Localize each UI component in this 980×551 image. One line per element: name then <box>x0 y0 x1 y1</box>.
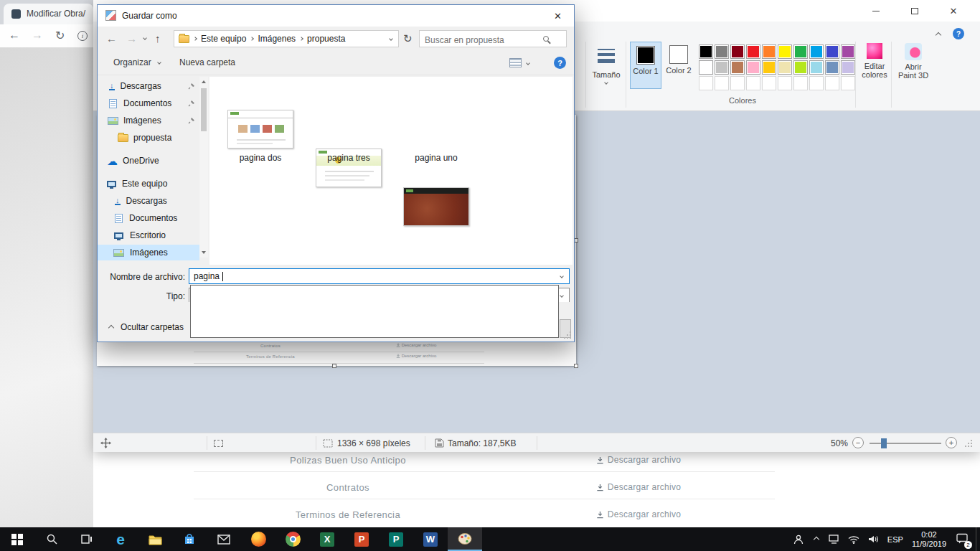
palette-swatch[interactable] <box>699 60 713 75</box>
filename-input[interactable]: pagina <box>189 268 570 284</box>
edit-colors-button[interactable]: Editar colores <box>858 43 891 79</box>
chevron-down-icon[interactable] <box>389 37 393 41</box>
size-button[interactable]: Tamaño <box>590 43 623 84</box>
taskbar-edge-button[interactable]: e <box>103 527 138 551</box>
taskbar-store-button[interactable] <box>172 527 207 551</box>
sidebar-item-descargas[interactable]: ↓ Descargas <box>98 78 199 94</box>
chevron-down-icon[interactable] <box>560 274 564 278</box>
palette-swatch[interactable] <box>730 60 745 75</box>
sidebar-item-documentos[interactable]: Documentos <box>98 95 199 111</box>
close-button[interactable]: ✕ <box>937 0 970 22</box>
show-desktop-button[interactable] <box>976 527 980 551</box>
palette-swatch[interactable] <box>825 60 839 75</box>
color2-button[interactable]: Color 2 <box>663 42 694 89</box>
hidden-icons-chevron[interactable] <box>814 536 819 542</box>
download-link[interactable]: Descargar archivo <box>567 482 710 492</box>
palette-swatch[interactable] <box>699 44 713 59</box>
address-bar[interactable]: Este equipo Imágenes propuesta <box>174 30 399 47</box>
palette-swatch[interactable] <box>809 60 824 75</box>
sidebar-item-propuesta[interactable]: propuesta <box>98 130 199 146</box>
maximize-button[interactable] <box>898 0 931 22</box>
scrollbar-thumb[interactable] <box>201 88 207 131</box>
palette-swatch[interactable] <box>699 76 713 90</box>
palette-swatch[interactable] <box>746 60 760 75</box>
browser-back-icon[interactable]: ← <box>9 29 20 42</box>
palette-swatch[interactable] <box>793 76 808 90</box>
sidebar-item-este-equipo[interactable]: Este equipo <box>98 176 199 192</box>
page-info-icon[interactable]: i <box>77 31 88 41</box>
sidebar-item-descargas-pc[interactable]: ↓ Descargas <box>98 193 199 209</box>
palette-swatch[interactable] <box>746 76 760 90</box>
palette-swatch[interactable] <box>746 44 760 59</box>
dialog-resize-grip[interactable] <box>564 331 572 339</box>
file-thumbnail[interactable] <box>403 187 469 226</box>
wifi-icon[interactable] <box>848 535 859 544</box>
palette-swatch[interactable] <box>778 60 792 75</box>
taskbar-search-button[interactable] <box>34 527 69 551</box>
canvas-resize-handle-corner[interactable] <box>574 364 578 368</box>
palette-swatch[interactable] <box>715 76 729 90</box>
palette-swatch[interactable] <box>841 76 855 90</box>
breadcrumb-imagenes[interactable]: Imágenes <box>258 34 296 44</box>
organize-button[interactable]: Organizar <box>113 57 151 67</box>
sidebar-item-imagenes[interactable]: Imágenes <box>98 113 199 128</box>
palette-swatch[interactable] <box>762 76 776 90</box>
sidebar-item-escritorio[interactable]: Escritorio <box>98 227 199 243</box>
download-link[interactable]: Descargar archivo <box>567 509 710 519</box>
refresh-icon[interactable]: ↻ <box>403 32 413 45</box>
dialog-help-icon[interactable]: ? <box>554 57 566 69</box>
hide-folders-button[interactable]: Ocultar carpetas <box>121 322 184 332</box>
taskbar-excel-button[interactable]: X <box>310 527 344 551</box>
open-paint3d-button[interactable]: Abrir Paint 3D <box>895 43 931 80</box>
clock[interactable]: 0:02 11/9/2019 <box>912 530 946 549</box>
collapse-ribbon-icon[interactable] <box>936 32 941 38</box>
recent-locations-icon[interactable] <box>143 36 147 40</box>
dialog-close-icon[interactable]: ✕ <box>542 6 574 26</box>
sidebar-item-onedrive[interactable]: ☁ OneDrive <box>98 153 199 169</box>
file-name[interactable]: pagina uno <box>397 153 476 163</box>
window-resize-grip[interactable] <box>964 439 974 448</box>
palette-swatch[interactable] <box>825 44 839 59</box>
taskbar-word-button[interactable]: W <box>413 527 448 551</box>
search-box[interactable] <box>419 30 567 47</box>
network-icon[interactable] <box>829 534 839 544</box>
palette-swatch[interactable] <box>762 60 776 75</box>
sidebar-item-imagenes-pc[interactable]: Imágenes <box>98 245 199 260</box>
breadcrumb-este-equipo[interactable]: Este equipo <box>201 34 246 44</box>
zoom-out-button[interactable]: − <box>852 437 864 448</box>
file-thumbnail[interactable] <box>227 110 293 149</box>
action-center-button[interactable]: 2 <box>956 533 969 546</box>
palette-swatch[interactable] <box>762 44 776 59</box>
palette-swatch[interactable] <box>809 76 824 90</box>
download-link[interactable]: Descargar archivo <box>567 455 710 465</box>
filetype-dropdown[interactable] <box>190 285 559 338</box>
help-icon[interactable]: ? <box>953 28 964 39</box>
minimize-button[interactable] <box>859 0 892 22</box>
canvas-resize-handle-bottom[interactable] <box>332 364 336 368</box>
file-name[interactable]: pagina dos <box>221 153 300 163</box>
color1-button[interactable]: Color 1 <box>630 42 661 89</box>
palette-swatch[interactable] <box>778 76 792 90</box>
browser-reload-icon[interactable]: ↻ <box>55 29 65 42</box>
sidebar-item-documentos-pc[interactable]: Documentos <box>98 210 199 226</box>
palette-swatch[interactable] <box>793 44 808 59</box>
forward-icon[interactable]: → <box>126 32 137 44</box>
taskbar-publisher-button[interactable]: P <box>379 527 413 551</box>
palette-swatch[interactable] <box>715 44 729 59</box>
back-icon[interactable]: ← <box>106 32 117 44</box>
search-input[interactable] <box>420 32 542 45</box>
palette-swatch[interactable] <box>730 76 745 90</box>
scroll-up-icon[interactable] <box>202 80 206 83</box>
sidebar-scrollbar[interactable] <box>199 77 208 258</box>
taskbar-firefox-button[interactable] <box>241 527 275 551</box>
file-name[interactable]: pagina tres <box>309 153 388 163</box>
new-folder-button[interactable]: Nueva carpeta <box>179 57 235 67</box>
palette-swatch[interactable] <box>825 76 839 90</box>
taskbar-start-button[interactable] <box>0 527 34 551</box>
palette-swatch[interactable] <box>778 44 792 59</box>
browser-tab[interactable]: Modificar Obra/ <box>4 4 93 24</box>
language-indicator[interactable]: ESP <box>887 535 903 544</box>
chevron-down-icon[interactable] <box>526 61 530 65</box>
palette-swatch[interactable] <box>841 44 855 59</box>
taskbar-chrome-button[interactable] <box>275 527 310 551</box>
